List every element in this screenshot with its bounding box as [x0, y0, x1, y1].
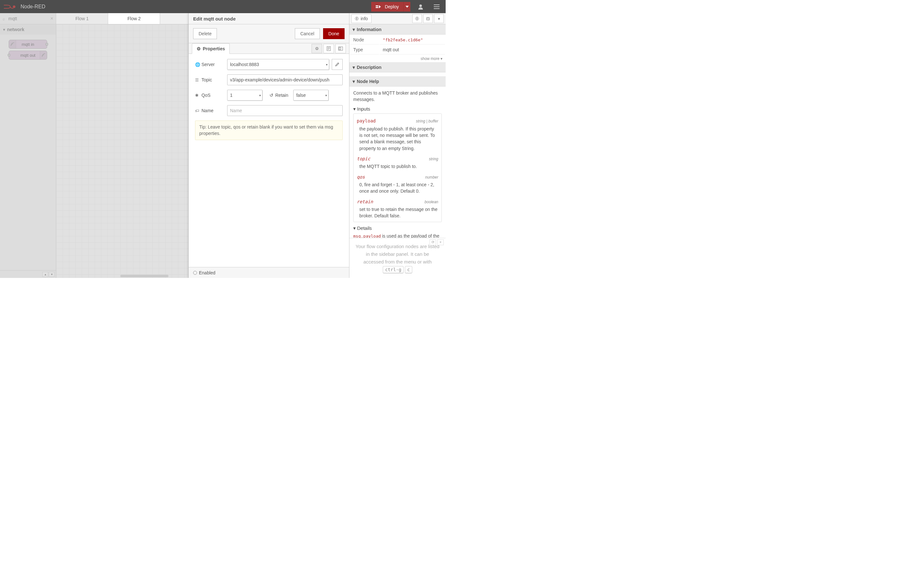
tab-flow-2[interactable]: Flow 2 — [108, 13, 160, 24]
sidebar-info-button[interactable] — [412, 14, 422, 23]
chevron-down-icon: ▾ — [352, 79, 355, 84]
mqtt-icon — [40, 51, 47, 59]
section-description[interactable]: ▾ Description — [349, 62, 446, 73]
search-icon: ⌕ — [3, 16, 5, 21]
tray-body: 🌐Server localhost:8883 ▾ ☰Topic ✱QoS 1 ▾ — [189, 54, 349, 267]
sidebar-tip: ⟳ × Your flow configuration nodes are li… — [349, 238, 446, 278]
section-information[interactable]: ▾ Information — [349, 24, 446, 35]
palette: ⌕ × ▾ network mqtt in mqtt out — [0, 13, 56, 278]
palette-search: ⌕ × — [0, 13, 56, 24]
user-button[interactable] — [415, 2, 426, 11]
svg-rect-19 — [339, 47, 341, 50]
done-button[interactable]: Done — [323, 28, 344, 39]
delete-button[interactable]: Delete — [193, 28, 217, 39]
svg-point-13 — [427, 18, 429, 20]
svg-rect-6 — [434, 8, 439, 9]
name-input[interactable] — [227, 105, 342, 116]
svg-rect-4 — [434, 5, 439, 5]
topic-input[interactable] — [227, 74, 342, 85]
tag-icon: 🏷 — [195, 108, 200, 113]
svg-rect-12 — [417, 18, 417, 18]
gear-icon: ⚙ — [197, 46, 201, 51]
tray-tabs: ⚙ Properties ⚙ — [189, 43, 349, 54]
svg-rect-2 — [376, 7, 378, 8]
retain-select[interactable]: false ▾ — [293, 90, 328, 101]
chevron-down-icon: ▾ — [352, 65, 355, 70]
palette-node-mqtt-out[interactable]: mqtt out — [9, 51, 47, 60]
palette-search-input[interactable] — [3, 16, 65, 21]
svg-point-0 — [13, 6, 15, 8]
edit-server-button[interactable] — [332, 59, 342, 70]
chevron-down-icon: ▾ — [3, 27, 5, 32]
menu-button[interactable] — [431, 2, 443, 11]
sidebar-more-button[interactable]: ▾ — [434, 14, 444, 23]
clear-search-icon[interactable]: × — [50, 16, 53, 21]
globe-icon: 🌐 — [195, 62, 200, 67]
svg-rect-9 — [357, 18, 357, 18]
expand-all-button[interactable]: ▾ — [49, 272, 55, 277]
deploy-button[interactable]: Deploy — [371, 2, 403, 11]
svg-point-3 — [419, 5, 422, 7]
form-tip: Tip: Leave topic, qos or retain blank if… — [195, 121, 342, 140]
mqtt-icon — [9, 40, 16, 48]
chevron-down-icon: ▾ — [352, 27, 355, 32]
cancel-button[interactable]: Cancel — [295, 28, 320, 39]
server-select[interactable]: localhost:8883 ▾ — [227, 59, 329, 70]
tab-flow-1[interactable]: Flow 1 — [56, 13, 108, 24]
sidebar-debug-button[interactable] — [423, 14, 433, 23]
tab-properties[interactable]: ⚙ Properties — [192, 43, 230, 54]
qos-select[interactable]: 1 ▾ — [227, 90, 262, 101]
help-body: Connects to a MQTT broker and publishes … — [349, 87, 446, 238]
svg-rect-8 — [357, 18, 357, 19]
section-node-help[interactable]: ▾ Node Help — [349, 76, 446, 87]
tray-toolbar: Delete Cancel Done — [189, 24, 349, 43]
list-icon: ☰ — [195, 77, 200, 82]
tip-close-button[interactable]: × — [437, 239, 444, 245]
sidebar-tab-info[interactable]: info — [351, 14, 372, 23]
history-icon: ↺ — [270, 93, 273, 98]
tab-settings-button[interactable]: ⚙ — [312, 44, 322, 53]
asterisk-icon: ✱ — [195, 93, 200, 98]
chevron-down-icon: ▾ — [353, 105, 356, 113]
caret-icon: ▾ — [325, 93, 327, 97]
svg-rect-11 — [417, 18, 417, 19]
app-title: Node-RED — [21, 4, 45, 10]
tip-refresh-button[interactable]: ⟳ — [430, 239, 436, 245]
chevron-down-icon: ▾ — [353, 225, 356, 232]
node-id: "fb2fea5e.c1d6e" — [383, 37, 423, 42]
tab-appearance-button[interactable] — [335, 44, 346, 53]
edit-node-tray: Edit mqtt out node Delete Cancel Done ⚙ … — [188, 13, 349, 278]
sidebar: info ▾ ▾ Information Node"fb2fea5e.c1d6e… — [349, 13, 446, 278]
svg-rect-5 — [434, 6, 439, 7]
tab-description-button[interactable] — [323, 44, 334, 53]
palette-node-mqtt-in[interactable]: mqtt in — [9, 40, 47, 49]
tray-title: Edit mqtt out node — [189, 13, 349, 24]
svg-rect-1 — [376, 5, 378, 6]
sidebar-tabs: info ▾ — [349, 13, 446, 24]
deploy-caret-button[interactable] — [403, 2, 410, 11]
app-header: Node-RED Deploy — [0, 0, 446, 13]
collapse-all-button[interactable]: ▴ — [42, 272, 48, 277]
show-more-link[interactable]: show more ▾ — [349, 55, 446, 62]
info-icon — [355, 17, 359, 21]
h-scrollbar[interactable] — [120, 275, 168, 277]
deploy-icon — [376, 5, 382, 9]
tray-footer: Enabled — [189, 267, 349, 278]
info-table: Node"fb2fea5e.c1d6e" Typemqtt out — [349, 35, 446, 55]
palette-category-network[interactable]: ▾ network — [0, 24, 56, 35]
caret-icon: ▾ — [326, 63, 328, 66]
caret-icon: ▾ — [259, 93, 261, 97]
node-type: mqtt out — [380, 45, 445, 55]
enabled-toggle[interactable] — [193, 271, 197, 275]
palette-footer: ▴ ▾ — [0, 270, 56, 278]
logo-icon — [3, 4, 18, 10]
